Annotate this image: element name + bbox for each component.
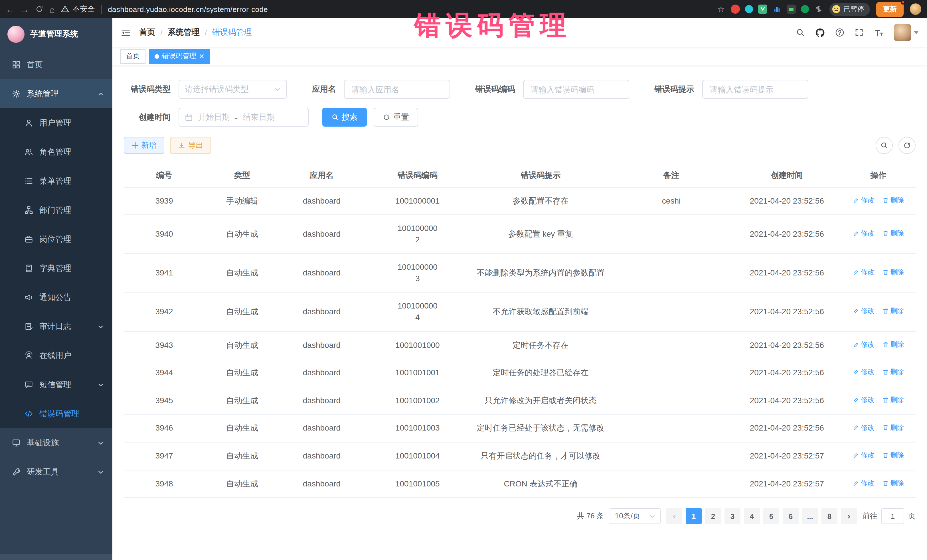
delete-link[interactable]: 删除 [882, 451, 904, 460]
sidebar-menu: 首页 系统管理 用户管理 角色管理 [0, 50, 112, 486]
sidebar-menu-item[interactable]: 在线用户 [0, 341, 112, 370]
menu-item-label: 短信管理 [40, 379, 71, 390]
back-icon[interactable]: ← [6, 5, 14, 14]
delete-link[interactable]: 删除 [882, 367, 904, 377]
pager: ‹ 123456...8 › [666, 508, 857, 524]
sidebar-menu-item[interactable]: 基础设施 [0, 428, 112, 457]
extension-puzzle-icon[interactable] [814, 5, 823, 14]
delete-link[interactable]: 删除 [882, 423, 904, 433]
sidebar-menu-item[interactable]: 菜单管理 [0, 167, 112, 196]
github-icon[interactable] [815, 28, 825, 37]
user-menu[interactable] [894, 24, 918, 41]
extension-icon-onetab[interactable] [787, 5, 796, 14]
view-tag[interactable]: 错误码管理 [149, 49, 210, 64]
refresh-table-button[interactable] [898, 137, 916, 154]
sidebar-menu-item[interactable]: 字典管理 [0, 254, 112, 283]
url-bar[interactable]: dashboard.yudao.iocoder.cn/system/error-… [108, 5, 711, 14]
font-size-icon[interactable] [874, 28, 884, 37]
edit-link[interactable]: 修改 [853, 395, 874, 405]
update-button[interactable]: 更新 [876, 2, 904, 17]
page-button[interactable]: 5 [763, 508, 779, 524]
extension-icon-green[interactable] [801, 5, 809, 13]
delete-link[interactable]: 删除 [882, 307, 904, 316]
breadcrumb-item[interactable]: 系统管理 / [168, 27, 212, 38]
edit-link[interactable]: 修改 [853, 451, 874, 460]
fullscreen-icon[interactable] [854, 28, 864, 37]
delete-link[interactable]: 删除 [882, 340, 904, 349]
security-warning[interactable]: 不安全 [61, 4, 95, 14]
app-name-input[interactable] [344, 80, 450, 99]
date-range-picker[interactable]: 开始日期 - 结束日期 [179, 108, 308, 127]
page-button[interactable]: 8 [821, 508, 837, 524]
edit-link[interactable]: 修改 [853, 307, 874, 316]
page-button[interactable]: 4 [744, 508, 760, 524]
sidebar-menu-item[interactable]: 用户管理 [0, 108, 112, 137]
delete-link[interactable]: 删除 [882, 195, 904, 205]
vue-devtools-icon[interactable] [758, 5, 767, 14]
sidebar-menu-item[interactable]: 岗位管理 [0, 225, 112, 254]
sidebar-menu-item[interactable]: 角色管理 [0, 137, 112, 167]
paused-badge[interactable]: 已暂停 [830, 3, 870, 16]
sidebar-menu-item[interactable]: 短信管理 [0, 370, 112, 399]
browser-profile-avatar[interactable] [910, 3, 921, 15]
delete-link[interactable]: 删除 [882, 395, 904, 405]
delete-link[interactable]: 删除 [882, 478, 904, 488]
menu-item-label: 错误码管理 [40, 408, 79, 419]
search-button[interactable]: 搜索 [322, 108, 367, 127]
sidebar-menu-item[interactable]: 系统管理 [0, 79, 112, 108]
edit-link[interactable]: 修改 [853, 340, 874, 349]
cell-id: 3948 [124, 470, 205, 498]
hamburger-icon[interactable] [121, 28, 131, 37]
error-message-input[interactable] [702, 80, 808, 99]
pencil-icon [853, 452, 859, 458]
page-button[interactable]: 3 [725, 508, 740, 524]
app-logo[interactable]: 芋道管理系统 [0, 18, 112, 50]
reset-button[interactable]: 重置 [374, 108, 418, 127]
edit-link[interactable]: 修改 [853, 229, 874, 238]
edit-link[interactable]: 修改 [853, 478, 874, 488]
sidebar-menu-item[interactable]: 部门管理 [0, 196, 112, 225]
sidebar-menu-item[interactable]: 错误码管理 [0, 399, 112, 428]
page-button[interactable]: 2 [705, 508, 721, 524]
prev-page-button[interactable]: ‹ [666, 508, 682, 524]
delete-link[interactable]: 删除 [882, 267, 904, 277]
bookmark-star-icon[interactable]: ☆ [717, 5, 725, 13]
edit-link[interactable]: 修改 [853, 423, 874, 433]
error-code-input[interactable] [523, 80, 629, 99]
cell-time: 2021-04-20 23:52:56 [733, 359, 841, 387]
next-page-button[interactable]: › [841, 508, 857, 524]
page-button[interactable]: 1 [686, 508, 702, 524]
extension-icon-chart[interactable] [772, 5, 781, 14]
reload-icon[interactable] [35, 5, 43, 13]
export-button[interactable]: 导出 [170, 137, 211, 154]
page-size-select[interactable]: 10条/页 [610, 508, 661, 524]
toggle-search-button[interactable] [876, 137, 893, 154]
sidebar-menu-item[interactable]: 研发工具 [0, 457, 112, 486]
edit-link[interactable]: 修改 [853, 267, 874, 277]
browser-home-icon[interactable]: ⌂ [50, 5, 55, 14]
error-type-select[interactable]: 请选择错误码类型 [179, 80, 287, 99]
tag-close-icon[interactable] [199, 54, 204, 59]
sidebar-menu-item[interactable]: 通知公告 [0, 283, 112, 312]
briefcase-icon [24, 235, 33, 244]
breadcrumb-item[interactable]: 首页 / [139, 27, 168, 38]
page-button[interactable]: 6 [783, 508, 799, 524]
menu-item-label: 审计日志 [40, 321, 71, 332]
sidebar-menu-item[interactable]: 审计日志 [0, 312, 112, 341]
delete-link[interactable]: 删除 [882, 229, 904, 238]
page-button[interactable]: ... [802, 508, 818, 524]
help-icon[interactable] [835, 28, 844, 37]
goto-page-input[interactable] [881, 508, 904, 524]
edit-link[interactable]: 修改 [853, 367, 874, 377]
edit-label: 修改 [861, 195, 874, 205]
sidebar-menu-item[interactable]: 首页 [0, 50, 112, 79]
chevron-down-icon [274, 86, 281, 93]
delete-label: 删除 [890, 307, 904, 316]
edit-link[interactable]: 修改 [853, 195, 874, 205]
add-button[interactable]: 新增 [124, 137, 164, 154]
view-tag[interactable]: 首页 [120, 49, 146, 64]
extension-icon-teal[interactable] [745, 5, 753, 13]
search-icon[interactable] [796, 28, 805, 37]
extension-icon-red[interactable] [731, 5, 740, 14]
forward-icon[interactable]: → [21, 5, 29, 14]
